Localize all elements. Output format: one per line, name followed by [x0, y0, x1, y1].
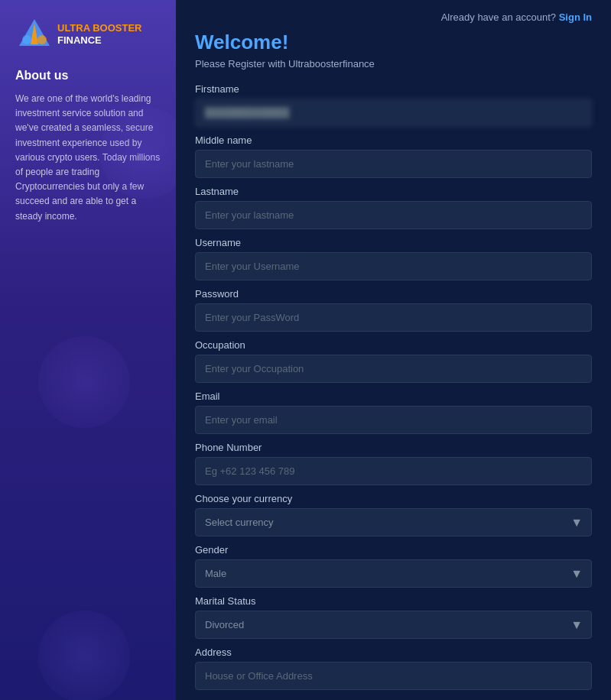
password-label: Password	[195, 288, 592, 300]
gender-label: Gender	[195, 544, 592, 556]
firstname-input[interactable]	[195, 99, 592, 127]
address-label: Address	[195, 647, 592, 658]
logo-area: ULTRA BOOSTER FINANCE	[15, 15, 161, 53]
lastname-input[interactable]	[195, 201, 592, 229]
marital-select-wrapper: Single Married Divorced Widowed ▼	[195, 611, 592, 639]
password-input[interactable]	[195, 303, 592, 332]
svg-point-3	[37, 35, 47, 44]
currency-label: Choose your currency	[195, 493, 592, 504]
logo-line2: FINANCE	[57, 34, 142, 47]
gender-select[interactable]: Male Female Other	[195, 559, 592, 588]
gender-select-wrapper: Male Female Other ▼	[195, 559, 592, 588]
main-content: Already have an account? Sign In Welcome…	[176, 0, 611, 700]
username-input[interactable]	[195, 252, 592, 280]
username-label: Username	[195, 237, 592, 248]
svg-point-2	[22, 35, 31, 44]
marital-label: Marital Status	[195, 595, 592, 607]
about-title: About us	[15, 69, 161, 83]
firstname-label: Firstname	[195, 83, 592, 95]
logo-text: ULTRA BOOSTER FINANCE	[57, 22, 142, 46]
occupation-input[interactable]	[195, 355, 592, 383]
address-input[interactable]	[195, 662, 592, 690]
signin-link[interactable]: Sign In	[559, 11, 592, 23]
welcome-subtitle: Please Register with Ultraboosterfinance	[195, 58, 592, 70]
currency-select[interactable]: Select currency USD EUR GBP AUD	[195, 508, 592, 536]
logo-icon	[15, 15, 54, 53]
currency-select-wrapper: Select currency USD EUR GBP AUD ▼	[195, 508, 592, 536]
email-label: Email	[195, 391, 592, 402]
logo-line1: ULTRA BOOSTER	[57, 22, 142, 34]
email-input[interactable]	[195, 406, 592, 434]
welcome-title: Welcome!	[195, 31, 592, 54]
form-container: Welcome! Please Register with Ultraboost…	[176, 27, 611, 700]
already-text: Already have an account?	[441, 11, 556, 23]
phone-label: Phone Number	[195, 442, 592, 453]
phone-input[interactable]	[195, 457, 592, 485]
marital-select[interactable]: Single Married Divorced Widowed	[195, 611, 592, 639]
sidebar: ULTRA BOOSTER FINANCE About us We are on…	[0, 0, 176, 700]
middlename-input[interactable]	[195, 150, 592, 178]
lastname-label: Lastname	[195, 186, 592, 197]
middlename-label: Middle name	[195, 134, 592, 146]
occupation-label: Occupation	[195, 339, 592, 351]
top-bar: Already have an account? Sign In	[176, 0, 611, 27]
